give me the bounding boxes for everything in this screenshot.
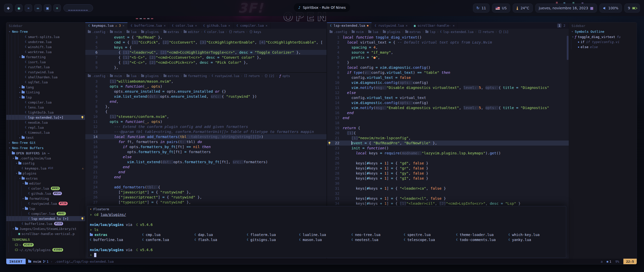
tabpage-2[interactable]: 2	[562, 23, 567, 28]
breadcrumb-item-config[interactable]: .config	[330, 30, 347, 34]
tree-item-github-lua[interactable]: ☾github.lua#654	[6, 191, 85, 196]
tree-item-config-nvim-lua[interactable]: ▾.config/nvim/lua	[6, 156, 85, 161]
breadcrumb-item-nvim[interactable]: nvim	[352, 30, 364, 34]
breadcrumb-item-return[interactable]: []return	[478, 30, 494, 34]
tree-item-sqlfmt-lua[interactable]: ☾sqlfmt.lua	[6, 80, 85, 85]
scrollbar-handle[interactable]	[567, 36, 569, 60]
tree-item-test[interactable]: ▸test	[6, 135, 85, 140]
section-header-neo-tree-git[interactable]: ▸Neo-Tree Git	[6, 140, 85, 145]
keyboard-layout-widget[interactable]: US	[492, 4, 510, 13]
tree-item-juegos-indies-steamlibrary-st[interactable]: ▾Juegos/Indies/SteamLibrary/st	[6, 226, 85, 231]
tree-item-extras[interactable]: ▾extras	[6, 176, 85, 181]
tree-item-lightbulb-lua[interactable]: ☾lightbulb.lua	[6, 110, 85, 115]
breadcrumb-item-nvim[interactable]: nvim	[110, 30, 122, 34]
tab-compiler-lua[interactable]: ☾compiler.lua×	[233, 22, 271, 29]
breadcrumb-item-extras[interactable]: extras	[164, 30, 179, 34]
tree-item-rustywind-lua[interactable]: ☾rustywind.lua#726	[6, 201, 85, 206]
breadcrumb-item-lua[interactable]: lua	[368, 30, 378, 34]
tree-item-color-lua[interactable]: ☾color.lua#493	[6, 186, 85, 191]
breadcrumb-item-lsp[interactable]: lsp	[425, 30, 435, 34]
breadcrumb-item-editor[interactable]: editor	[184, 30, 199, 34]
tree-item-config[interactable]: ▾config	[6, 161, 85, 166]
git-branch-indicator[interactable]: 1	[43, 260, 49, 263]
tree-item-lsp[interactable]: ▾lsp	[6, 95, 85, 100]
section-header-neo-tree[interactable]: ▾Neo-Tree	[6, 29, 85, 34]
breadcrumb-item-plugins[interactable]: plugins	[383, 30, 400, 34]
tree-item-winshift-lua[interactable]: ☾winshift.lua	[6, 44, 85, 49]
tree-item-lang[interactable]: ▸lang	[6, 85, 85, 90]
tree-item-bufferline-lua[interactable]: ☾bufferline.lua#328	[6, 221, 85, 226]
breadcrumb-item-plugins[interactable]: plugins	[141, 30, 159, 34]
breadcrumb-item-formatting[interactable]: formatting	[184, 74, 207, 78]
breadcrumb-item-config[interactable]: .config	[88, 74, 105, 78]
tree-item-lsp-extended-lu[interactable]: ☾lsp-extended.lu [+]	[6, 216, 85, 221]
breadcrumb-item-opts[interactable]: ƒopts	[279, 74, 290, 78]
tree-item-formatting[interactable]: ▾formatting	[6, 54, 85, 59]
tabpage-1[interactable]: 1	[557, 23, 561, 28]
breadcrumb-item-return[interactable]: []return	[244, 74, 260, 78]
updates-widget[interactable]: ↻11	[473, 4, 490, 13]
tree-item-item[interactable]: ~#2859	[6, 242, 85, 247]
close-icon[interactable]: ×	[164, 24, 166, 27]
tree-item-linting[interactable]: ▸linting	[6, 90, 85, 95]
tree-item-scrollbar-handle-vertical-p[interactable]: ▣scrollbar-handle-vertical.p	[6, 231, 85, 236]
tree-item-undotree-lua[interactable]: ☾undotree.lua	[6, 39, 85, 44]
breadcrumb-item-extras[interactable]: extras	[164, 74, 179, 78]
tree-item-compiler-lua[interactable]: ☾compiler.lua	[6, 100, 85, 105]
tree-item-isort-lua[interactable]: ☾isort.lua	[6, 59, 85, 64]
breadcrumb-item-config[interactable]: .config	[88, 30, 105, 34]
tree-item-editor[interactable]: ▾editor	[6, 181, 85, 186]
breadcrumb-item-extras[interactable]: extras	[405, 30, 421, 34]
tree-item-lens-lua[interactable]: ☾lens.lua	[6, 105, 85, 110]
tree-item-timeout-lua[interactable]: ☾timeout.lua	[6, 130, 85, 135]
tree-item-shellharden-lua[interactable]: ☾shellharden.lua	[6, 75, 85, 80]
tree-item-lsp[interactable]: ▾lsp	[6, 206, 85, 211]
date-widget[interactable]: jueves, noviembre 16, 2023▦	[535, 4, 597, 13]
tab-github-lua[interactable]: ☾github.lua×	[200, 22, 233, 29]
tab-keymaps-lua[interactable]: ☾keymaps.lua⚠ 3×	[85, 22, 128, 29]
symbol-item-toggle-diag-virtext[interactable]: ▾ƒtoggle_diag_virtextfu	[569, 34, 637, 39]
breadcrumb-item-lua[interactable]: lua	[127, 74, 137, 78]
section-header-neo-tree-buffers[interactable]: ▾Neo-Tree Buffers	[6, 145, 85, 151]
tab-scrollbar-handle[interactable]: ▣scrollbar-handle-×	[411, 22, 458, 29]
tab-bufferline-lua[interactable]: ☾bufferline.lua×	[128, 22, 169, 29]
tab-color-lua[interactable]: ☾color.lua×	[169, 22, 200, 29]
workspaces-indicator[interactable]: ________	[63, 4, 93, 12]
tree-item-plugins[interactable]: ▾plugins	[6, 171, 85, 176]
wave-button[interactable]: ≈	[25, 4, 32, 12]
breadcrumb-item-lua[interactable]: lua	[127, 30, 137, 34]
tree-item-rustfmt-lua[interactable]: ☾rustfmt.lua	[6, 64, 85, 70]
symbol-item-if[interactable]: ▪ifif type(config.vi	[569, 39, 637, 44]
battery-widget[interactable]: 9	[624, 4, 640, 13]
tree-item-formatting[interactable]: ▾formatting	[6, 196, 85, 201]
close-icon[interactable]: ×	[195, 24, 197, 27]
infinity-button[interactable]: ∞	[34, 4, 42, 12]
now-playing-widget[interactable]: ♪ Spiritbox - Rule Of Nines	[294, 3, 350, 12]
launcher-button[interactable]: ◆	[4, 4, 13, 12]
tree-item-repl-lua[interactable]: ☾repl.lua	[6, 125, 85, 130]
tab-lsp-extended-lua[interactable]: ☾lsp-extended.lua●	[327, 22, 372, 29]
tree-item-neodim-lua[interactable]: ☾neodim.lua	[6, 120, 85, 125]
temperature-widget[interactable]: 24°C	[513, 4, 533, 13]
tab-rustywind-lua[interactable]: ☾rustywind.lua×	[372, 22, 411, 29]
close-icon[interactable]: ×	[406, 24, 408, 27]
section-header-symbols-outline[interactable]: ▾Symbols Outline	[569, 29, 637, 34]
breadcrumb-item-lsp-extended-lua[interactable]: ☾lsp-extended.lua	[440, 30, 474, 34]
tree-item-c-n-l-plugins[interactable]: ~/.c/n/l/plugins#3980	[6, 247, 85, 252]
section-header-terminals[interactable]: TERMINALS	[6, 237, 85, 242]
close-icon[interactable]: ×	[266, 24, 268, 27]
tree-item-worktree-lua[interactable]: ☾worktree.lua	[6, 49, 85, 54]
breadcrumb-item-1[interactable]: {}[1]	[499, 30, 509, 34]
tree-item-lsp-extended-lu[interactable]: ☾lsp-extended.lu[+]	[6, 115, 85, 120]
breadcrumb-item-return[interactable]: {}return	[229, 30, 245, 34]
breadcrumb-item-color-lua[interactable]: ☾color.lua	[204, 30, 224, 34]
tree-item-compiler-lua[interactable]: ☾compiler.lua#682	[6, 211, 85, 216]
breadcrumb-item-rustywind-lua[interactable]: ☾rustywind.lua	[212, 74, 239, 78]
grid-button[interactable]: ▣	[44, 4, 51, 12]
symbol-item-else[interactable]: ▪elseelse	[569, 44, 637, 49]
close-icon[interactable]: ×	[228, 24, 230, 27]
tree-item-open-buffers-in[interactable]: OPEN BUFFERS in ~	[6, 151, 85, 156]
close-icon[interactable]: ×	[453, 24, 455, 27]
breadcrumb-item-plugins[interactable]: plugins	[141, 74, 159, 78]
breadcrumb-item-2[interactable]: {}[2]	[264, 74, 274, 78]
